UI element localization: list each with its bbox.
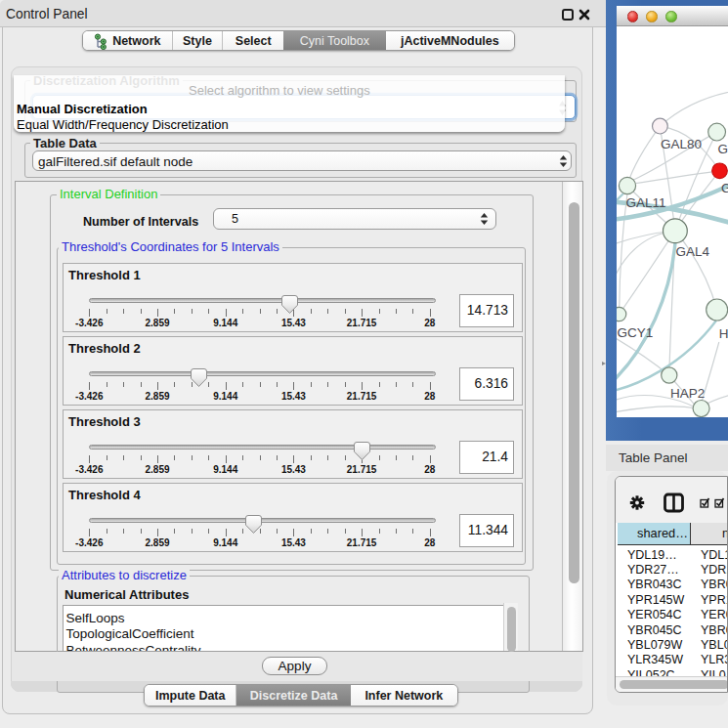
- svg-text:GAL11: GAL11: [626, 195, 666, 210]
- svg-text:GAL80: GAL80: [661, 137, 702, 151]
- svg-text:H: H: [719, 326, 728, 341]
- svg-text:HAP2: HAP2: [670, 386, 705, 401]
- svg-text:GAL4: GAL4: [676, 244, 710, 259]
- svg-text:GCY1: GCY1: [618, 325, 654, 340]
- svg-text:G.: G.: [718, 142, 728, 156]
- svg-text:G: G: [721, 181, 728, 195]
